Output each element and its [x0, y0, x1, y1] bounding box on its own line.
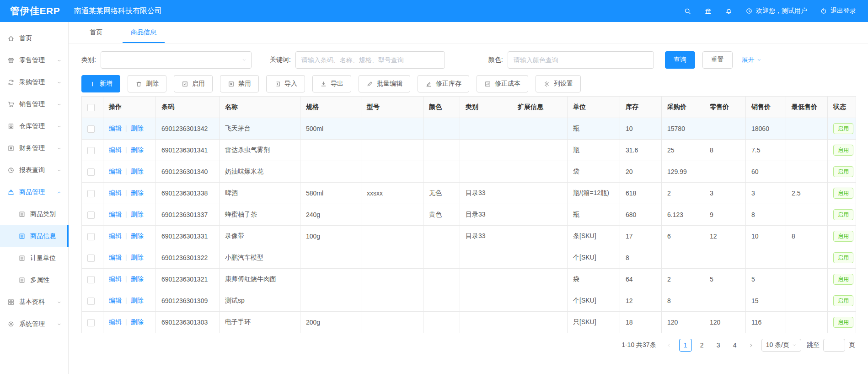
enable-button[interactable]: 启用	[174, 75, 213, 92]
cell-name: 测试sp	[220, 290, 300, 312]
delete-link[interactable]: 删除	[131, 297, 144, 304]
edit-link[interactable]: 编辑	[109, 189, 122, 196]
edit-link[interactable]: 编辑	[109, 211, 122, 218]
edit-link[interactable]: 编辑	[109, 232, 122, 239]
row-checkbox[interactable]	[87, 255, 95, 262]
sidebar-item-label: 系统管理	[19, 320, 45, 328]
sidebar-item-unit[interactable]: 计量单位	[0, 247, 68, 269]
page-button-4[interactable]: 4	[729, 339, 741, 352]
sidebar-item-warehouse[interactable]: 仓库管理	[0, 115, 68, 137]
sidebar-item-goods-info[interactable]: 商品信息	[0, 225, 68, 247]
import-button[interactable]: 导入	[266, 75, 305, 92]
logout-button[interactable]: 退出登录	[820, 7, 856, 15]
next-page-button[interactable]	[745, 339, 758, 352]
fix-stock-button[interactable]: 修正库存	[418, 75, 469, 92]
cell-min_price	[786, 269, 828, 290]
sidebar-item-multi-attr[interactable]: 多属性	[0, 269, 68, 291]
sidebar-item-basic[interactable]: 基本资料	[0, 291, 68, 313]
edit-link[interactable]: 编辑	[109, 297, 122, 304]
edit-link[interactable]: 编辑	[109, 275, 122, 282]
row-checkbox[interactable]	[87, 233, 95, 240]
cell-model: xxsxx	[361, 183, 423, 204]
link-separator: |	[125, 211, 127, 218]
sidebar-item-purchase[interactable]: 采购管理	[0, 71, 68, 93]
delete-link[interactable]: 删除	[131, 232, 144, 239]
sidebar-item-label: 基本资料	[19, 298, 45, 306]
edit-link[interactable]: 编辑	[109, 318, 122, 325]
sidebar-item-system[interactable]: 系统管理	[0, 313, 68, 335]
fix-cost-button[interactable]: 修正成本	[477, 75, 528, 92]
tab-home[interactable]: 首页	[81, 28, 111, 43]
add-button[interactable]: 新增	[81, 75, 120, 92]
table-row: 编辑|删除6901236301303电子手环200g只[SKU]18120120…	[82, 312, 856, 333]
notifications-button[interactable]	[725, 7, 733, 15]
delete-link[interactable]: 删除	[131, 189, 144, 196]
welcome-user[interactable]: 欢迎您，测试用户	[745, 7, 807, 15]
row-checkbox[interactable]	[87, 168, 95, 176]
column-header: 型号	[361, 97, 423, 118]
sidebar-item-sales[interactable]: 销售管理	[0, 93, 68, 115]
cell-purchase_price: 129.99	[662, 161, 704, 183]
row-checkbox[interactable]	[87, 125, 95, 133]
prev-page-button[interactable]	[663, 339, 675, 352]
cell-name: 康师傅红烧牛肉面	[220, 269, 300, 290]
sidebar-item-retail[interactable]: 零售管理	[0, 49, 68, 71]
sidebar-item-label: 商品信息	[30, 232, 56, 240]
page-size-select[interactable]: 10 条/页	[761, 339, 801, 352]
cell-sale_price: 8	[746, 204, 786, 226]
sidebar-item-goods-category[interactable]: 商品类别	[0, 203, 68, 225]
batch-edit-button[interactable]: 批量编辑	[359, 75, 410, 92]
page-button-1[interactable]: 1	[679, 339, 692, 352]
delete-link[interactable]: 删除	[131, 318, 144, 325]
sidebar-item-home[interactable]: 首页	[0, 27, 68, 49]
welcome-text: 欢迎您，测试用户	[756, 7, 807, 15]
row-checkbox[interactable]	[87, 298, 95, 305]
color-input[interactable]	[508, 51, 654, 69]
table-row: 编辑|删除6901236301338啤酒580mlxxsxx无色目录33瓶/(箱…	[82, 183, 856, 204]
column-settings-button[interactable]: 列设置	[536, 75, 581, 92]
row-checkbox[interactable]	[87, 190, 95, 197]
home-icon	[7, 35, 15, 42]
delete-button[interactable]: 删除	[128, 75, 166, 92]
edit-link[interactable]: 编辑	[109, 254, 122, 261]
select-all-checkbox[interactable]	[87, 104, 95, 111]
cell-spec	[300, 140, 361, 161]
delete-link[interactable]: 删除	[131, 275, 144, 282]
row-checkbox[interactable]	[87, 211, 95, 219]
table-row: 编辑|删除6901236301322小鹏汽车模型个[SKU]8启用	[82, 247, 856, 269]
reset-button[interactable]: 重置	[702, 51, 733, 69]
basic-icon	[7, 298, 15, 306]
edit-link[interactable]: 编辑	[109, 125, 122, 132]
search-submit-button[interactable]: 查询	[665, 51, 695, 69]
row-checkbox[interactable]	[87, 147, 95, 154]
chevron-down-icon	[57, 58, 62, 63]
status-badge: 启用	[833, 252, 853, 264]
sidebar-item-report[interactable]: 报表查询	[0, 159, 68, 181]
jump-input[interactable]	[823, 339, 845, 352]
tab-goods-info[interactable]: 商品信息	[123, 28, 165, 43]
sidebar-item-goods[interactable]: 商品管理	[0, 181, 68, 203]
delete-link[interactable]: 删除	[131, 168, 144, 175]
edit-link[interactable]: 编辑	[109, 146, 122, 153]
keyword-input[interactable]	[295, 51, 445, 69]
delete-link[interactable]: 删除	[131, 125, 144, 132]
table-row: 编辑|删除6901236301309测试sp个[SKU]12815启用	[82, 290, 856, 312]
expand-link[interactable]: 展开	[742, 56, 761, 64]
delete-link[interactable]: 删除	[131, 146, 144, 153]
row-checkbox[interactable]	[87, 276, 95, 283]
cell-stock: 17	[620, 226, 662, 247]
search-button[interactable]	[684, 7, 691, 15]
edit-link[interactable]: 编辑	[109, 168, 122, 175]
export-button[interactable]: 导出	[312, 75, 351, 92]
row-checkbox[interactable]	[87, 319, 95, 326]
cell-barcode: 6901236301342	[156, 118, 220, 140]
delete-link[interactable]: 删除	[131, 254, 144, 261]
sidebar-item-finance[interactable]: 财务管理	[0, 137, 68, 159]
disable-button[interactable]: 禁用	[220, 75, 259, 92]
page-button-3[interactable]: 3	[712, 339, 725, 352]
category-select[interactable]	[101, 51, 252, 69]
organization-button[interactable]	[704, 7, 712, 15]
page-button-2[interactable]: 2	[696, 339, 708, 352]
delete-link[interactable]: 删除	[131, 211, 144, 218]
column-header: 单位	[568, 97, 620, 118]
